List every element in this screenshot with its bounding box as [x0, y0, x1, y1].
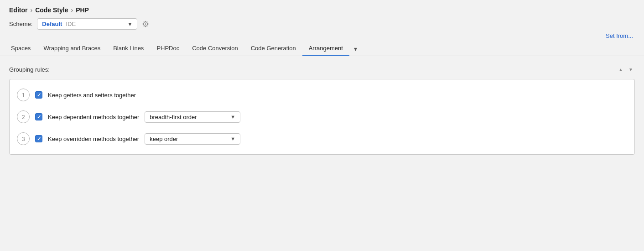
rule-row-2: 2 Keep dependent methods together breadt…: [17, 106, 627, 128]
tab-arrangement[interactable]: Arrangement: [302, 41, 349, 56]
select-arrow-icon-3: ▼: [230, 136, 235, 141]
rule-checkbox-1[interactable]: [35, 91, 42, 99]
chevron-down-icon: ▾: [354, 45, 357, 52]
tab-phpdoc[interactable]: PHPDoc: [150, 41, 186, 56]
rule-select-2-value: breadth-first order: [150, 114, 197, 120]
top-bar: Editor › Code Style › PHP Scheme: Defaul…: [0, 0, 644, 34]
tab-overflow-button[interactable]: ▾: [349, 42, 362, 56]
rule-select-3[interactable]: keep order ▼: [145, 133, 240, 145]
rule-label-1: Keep getters and setters together: [48, 92, 136, 99]
rule-checkbox-3[interactable]: [35, 135, 42, 142]
scheme-type: IDE: [66, 21, 76, 27]
move-up-button[interactable]: ▲: [617, 65, 625, 73]
select-arrow-icon-2: ▼: [230, 114, 235, 120]
rule-number-1: 1: [17, 89, 30, 101]
up-arrow-icon: ▲: [618, 67, 623, 72]
breadcrumb-sep-2: ›: [71, 6, 73, 14]
grouping-title: Grouping rules:: [9, 66, 50, 73]
tab-code-generation[interactable]: Code Generation: [244, 41, 302, 56]
set-from-link[interactable]: Set from...: [606, 32, 633, 39]
rule-label-3: Keep overridden methods together: [48, 136, 139, 142]
rule-row-1: 1 Keep getters and setters together: [17, 84, 627, 106]
breadcrumb-php: PHP: [76, 6, 89, 14]
scheme-name: Default: [42, 21, 62, 27]
main-content: Grouping rules: ▲ ▼ 1 Keep getters and s…: [0, 56, 644, 164]
move-down-button[interactable]: ▼: [627, 65, 635, 73]
down-arrow-icon: ▼: [628, 67, 633, 72]
tab-spaces[interactable]: Spaces: [5, 41, 37, 56]
tab-code-conversion[interactable]: Code Conversion: [186, 41, 244, 56]
rule-select-2[interactable]: breadth-first order ▼: [145, 111, 240, 123]
tab-blank-lines[interactable]: Blank Lines: [107, 41, 150, 56]
breadcrumb-code-style: Code Style: [35, 6, 68, 14]
breadcrumb-editor: Editor: [9, 6, 27, 14]
rule-checkbox-2[interactable]: [35, 113, 42, 120]
rule-number-3: 3: [17, 132, 30, 145]
dropdown-arrow-icon: ▼: [127, 21, 132, 27]
tab-wrapping-and-braces[interactable]: Wrapping and Braces: [37, 41, 107, 56]
rules-container: 1 Keep getters and setters together 2 Ke…: [9, 79, 635, 155]
scheme-row: Scheme: Default IDE ▼ ⚙: [9, 18, 635, 30]
breadcrumb-sep-1: ›: [30, 6, 32, 14]
tabs-bar: Spaces Wrapping and Braces Blank Lines P…: [0, 41, 644, 56]
arrow-buttons: ▲ ▼: [617, 65, 635, 73]
scheme-dropdown[interactable]: Default IDE ▼: [37, 18, 137, 30]
rule-select-3-value: keep order: [150, 136, 178, 142]
gear-button[interactable]: ⚙: [142, 19, 149, 29]
rule-number-2: 2: [17, 110, 30, 123]
grouping-header: Grouping rules: ▲ ▼: [9, 65, 635, 73]
scheme-label: Scheme:: [9, 21, 32, 27]
set-from-row: Set from...: [0, 32, 644, 39]
rule-row-3: 3 Keep overridden methods together keep …: [17, 128, 627, 150]
rule-label-2: Keep dependent methods together: [48, 114, 139, 120]
breadcrumb: Editor › Code Style › PHP: [9, 6, 635, 14]
